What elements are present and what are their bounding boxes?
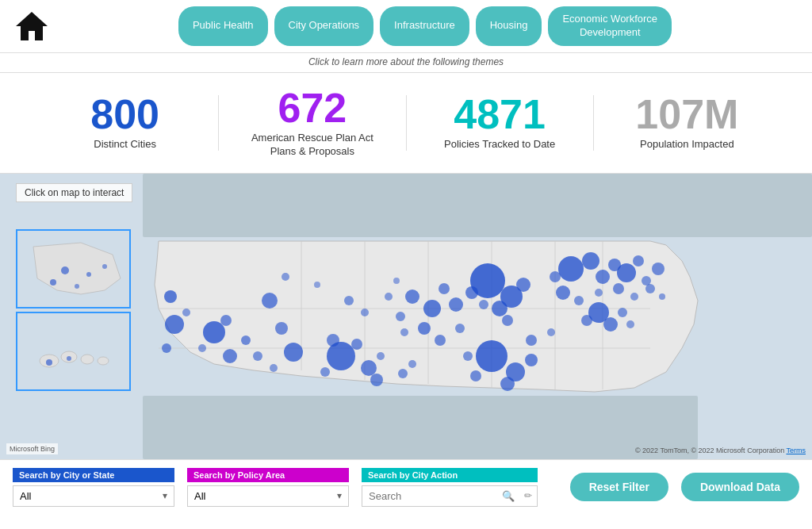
svg-point-15 bbox=[162, 343, 171, 353]
svg-point-84 bbox=[370, 374, 383, 386]
svg-point-79 bbox=[547, 328, 555, 336]
chevron-down-icon-2: ▾ bbox=[331, 490, 348, 501]
svg-point-44 bbox=[465, 286, 478, 299]
svg-point-85 bbox=[398, 369, 408, 378]
nav-pill-infrastructure[interactable]: Infrastructure bbox=[380, 6, 469, 46]
svg-point-29 bbox=[351, 339, 362, 350]
svg-point-39 bbox=[400, 328, 408, 336]
svg-point-96 bbox=[81, 355, 94, 364]
svg-point-43 bbox=[492, 301, 508, 316]
filter-policy-area-label: Search by Policy Area bbox=[187, 468, 349, 482]
svg-point-32 bbox=[327, 334, 339, 347]
svg-point-91 bbox=[61, 266, 69, 274]
svg-point-69 bbox=[659, 293, 665, 300]
stat-population: 107M Population Impacted bbox=[594, 94, 780, 151]
svg-point-59 bbox=[633, 255, 644, 266]
svg-point-99 bbox=[67, 356, 71, 361]
filter-city-state-select-wrap[interactable]: All ▾ bbox=[13, 485, 174, 507]
svg-point-58 bbox=[617, 263, 636, 282]
map-container[interactable]: Click on map to interact bbox=[0, 174, 812, 459]
stat-number-policies: 4871 bbox=[407, 94, 593, 135]
svg-point-54 bbox=[558, 256, 584, 282]
filter-policy-area-select-wrap[interactable]: All ▾ bbox=[187, 485, 349, 507]
svg-point-66 bbox=[613, 283, 624, 294]
svg-point-31 bbox=[377, 352, 385, 360]
svg-point-38 bbox=[449, 297, 463, 312]
svg-point-22 bbox=[262, 293, 278, 309]
svg-rect-3 bbox=[143, 174, 812, 237]
bing-logo: Microsoft Bing bbox=[6, 443, 58, 454]
svg-point-53 bbox=[463, 351, 473, 361]
search-icon: 🔍 bbox=[497, 490, 519, 502]
stat-number-arpa: 672 bbox=[219, 87, 405, 128]
stat-label-cities: Distinct Cities bbox=[32, 138, 218, 151]
svg-point-83 bbox=[361, 309, 369, 316]
svg-point-45 bbox=[516, 278, 530, 292]
svg-point-75 bbox=[385, 293, 393, 301]
svg-point-81 bbox=[314, 282, 320, 288]
svg-point-67 bbox=[630, 293, 638, 301]
svg-point-98 bbox=[46, 359, 52, 366]
svg-point-33 bbox=[405, 289, 419, 304]
svg-point-73 bbox=[618, 308, 627, 317]
reset-filter-button[interactable]: Reset Filter bbox=[570, 473, 668, 501]
nav-pill-city-operations[interactable]: City Operations bbox=[274, 6, 374, 46]
svg-point-89 bbox=[86, 272, 91, 277]
stat-number-population: 107M bbox=[594, 94, 780, 135]
map-hint: Click on map to interact bbox=[16, 183, 132, 202]
svg-point-19 bbox=[241, 335, 251, 345]
svg-point-18 bbox=[223, 349, 237, 363]
svg-point-72 bbox=[581, 315, 592, 326]
svg-point-62 bbox=[550, 271, 561, 282]
chevron-down-icon: ▾ bbox=[156, 490, 174, 501]
svg-point-23 bbox=[275, 322, 288, 335]
svg-point-77 bbox=[455, 324, 465, 333]
filter-city-action-label: Search by City Action bbox=[362, 468, 538, 482]
svg-point-64 bbox=[574, 296, 584, 305]
svg-point-52 bbox=[500, 377, 515, 391]
svg-point-46 bbox=[502, 315, 513, 326]
stat-distinct-cities: 800 Distinct Cities bbox=[32, 94, 218, 151]
svg-point-80 bbox=[282, 273, 289, 281]
eraser-icon[interactable]: ✏ bbox=[519, 490, 537, 501]
svg-point-14 bbox=[165, 315, 184, 334]
svg-point-40 bbox=[435, 335, 446, 346]
inset-alaska bbox=[16, 229, 131, 309]
stat-policies: 4871 Policies Tracked to Date bbox=[407, 94, 593, 151]
filter-city-state-select[interactable]: All bbox=[13, 486, 156, 506]
svg-point-88 bbox=[50, 279, 56, 286]
svg-point-56 bbox=[596, 270, 610, 284]
stats-row: 800 Distinct Cities 672 American Rescue … bbox=[0, 73, 812, 174]
terms-link[interactable]: Terms bbox=[787, 447, 806, 454]
filter-city-action-group: Search by City Action 🔍 ✏ bbox=[362, 468, 538, 507]
stat-number-cities: 800 bbox=[32, 94, 218, 135]
svg-point-17 bbox=[203, 321, 225, 343]
nav-pill-economic-workforce[interactable]: Economic Workforce Development bbox=[548, 6, 672, 46]
svg-point-71 bbox=[603, 317, 618, 332]
stat-arpa: 672 American Rescue Plan Act Plans & Pro… bbox=[219, 87, 405, 159]
nav-pill-housing[interactable]: Housing bbox=[476, 6, 542, 46]
filter-policy-area-select[interactable]: All bbox=[188, 486, 331, 506]
filter-city-action-input[interactable] bbox=[362, 486, 497, 506]
svg-point-51 bbox=[470, 370, 481, 381]
svg-point-25 bbox=[253, 351, 262, 361]
filter-bar: Search by City or State All ▾ Search by … bbox=[0, 459, 812, 515]
svg-rect-4 bbox=[143, 396, 698, 459]
inset-maps bbox=[16, 229, 131, 391]
nav-pill-public-health[interactable]: Public Health bbox=[178, 6, 268, 46]
svg-point-34 bbox=[423, 300, 441, 317]
svg-point-65 bbox=[595, 289, 603, 297]
svg-point-86 bbox=[408, 360, 416, 368]
stat-label-policies: Policies Tracked to Date bbox=[407, 138, 593, 151]
home-icon[interactable] bbox=[13, 7, 51, 45]
download-data-button[interactable]: Download Data bbox=[681, 473, 799, 501]
sub-header: Click to learn more about the following … bbox=[0, 53, 812, 73]
svg-point-74 bbox=[626, 320, 634, 328]
filter-city-action-search-wrap[interactable]: 🔍 ✏ bbox=[362, 485, 538, 507]
filter-city-state-label: Search by City or State bbox=[13, 468, 174, 482]
svg-point-50 bbox=[525, 354, 538, 366]
svg-point-61 bbox=[652, 263, 665, 275]
svg-point-16 bbox=[182, 309, 190, 316]
svg-point-90 bbox=[102, 264, 107, 269]
nav-pills: Public Health City Operations Infrastruc… bbox=[51, 6, 799, 46]
